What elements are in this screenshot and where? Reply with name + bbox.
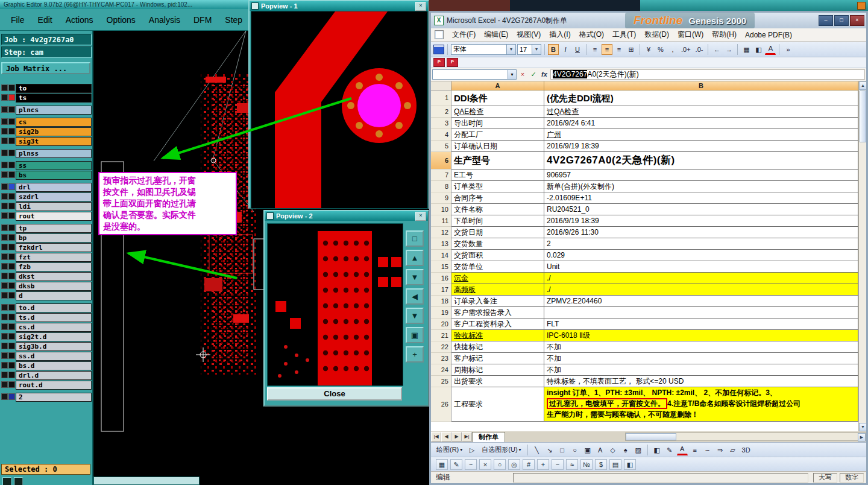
layer-color-indicator[interactable] xyxy=(8,162,15,168)
row-header[interactable]: 12 xyxy=(431,227,451,238)
excel-menu-工具(T)[interactable]: 工具(T) xyxy=(612,30,636,40)
menu-edit[interactable]: Edit xyxy=(38,15,52,25)
row-header[interactable]: 13 xyxy=(431,238,451,250)
cell-b4[interactable]: 广州 xyxy=(544,129,858,141)
layer-row-drl.d[interactable]: drl.d xyxy=(1,371,92,380)
layer-row-rout.d[interactable]: rout.d xyxy=(1,381,92,390)
layer-row-plncs[interactable]: plncs xyxy=(1,106,92,115)
layer-color-indicator[interactable] xyxy=(8,343,15,349)
layer-select-checkbox[interactable] xyxy=(1,244,8,250)
cell-b23[interactable]: 不加 xyxy=(544,353,858,364)
excel-menu-格式(O)[interactable]: 格式(O) xyxy=(579,30,604,40)
layer-color-indicator[interactable] xyxy=(8,193,15,200)
row-header[interactable]: 19 xyxy=(431,307,451,319)
popview-1-canvas[interactable] xyxy=(251,11,428,209)
align-right-button[interactable]: ≡ xyxy=(614,44,624,55)
layer-color-indicator[interactable] xyxy=(8,362,15,369)
cell-a10[interactable]: 文件名称 xyxy=(451,204,544,215)
layer-select-checkbox[interactable] xyxy=(1,273,8,279)
shadow-icon[interactable]: ▱ xyxy=(728,445,738,455)
cell-b17[interactable]: ./ xyxy=(544,284,858,296)
row-header[interactable]: 15 xyxy=(431,261,451,273)
arrow-style-icon[interactable]: ⇒ xyxy=(715,445,726,455)
wordart-icon[interactable]: A xyxy=(595,445,606,455)
cell-a11[interactable]: 下单时间 xyxy=(451,215,544,227)
layer-color-indicator[interactable] xyxy=(8,84,15,91)
layer-color-indicator[interactable] xyxy=(8,304,15,311)
textbox-icon[interactable]: ▣ xyxy=(582,445,593,455)
layer-select-checkbox[interactable] xyxy=(1,106,8,113)
scrollbar-thumb[interactable] xyxy=(860,90,866,142)
cell-a20[interactable]: 客户工程资料录入 xyxy=(451,319,544,330)
cell-b21[interactable]: IPC-6018 Ⅱ级 xyxy=(544,330,858,341)
excel-menu-插入(I)[interactable]: 插入(I) xyxy=(549,30,570,40)
layer-select-checkbox[interactable] xyxy=(1,128,8,135)
layer-row-sig3t[interactable]: sig3t xyxy=(1,137,92,146)
pencil-icon[interactable]: ✎ xyxy=(450,459,462,470)
row-header[interactable]: 16 xyxy=(431,273,451,284)
layer-select-checkbox[interactable] xyxy=(1,162,8,168)
row-header[interactable]: 24 xyxy=(431,364,451,376)
autoshapes-menu[interactable]: 自选图形(U)▾ xyxy=(479,444,523,455)
font-size-combo[interactable]: 17▾ xyxy=(517,44,541,55)
cell-b10[interactable]: RU204521_0 xyxy=(544,204,858,215)
sheet-tab[interactable]: 制作单 xyxy=(472,432,505,442)
diagram-icon[interactable]: ◇ xyxy=(608,445,618,455)
layer-select-checkbox[interactable] xyxy=(1,393,8,400)
clipart-icon[interactable]: ♠ xyxy=(620,445,631,455)
layer-color-indicator[interactable] xyxy=(8,171,15,178)
prev-sheet-icon[interactable]: ◀ xyxy=(441,432,451,442)
cell-a24[interactable]: 周期标记 xyxy=(451,364,544,376)
cell-b6[interactable]: 4V2G7267A0(2天急件)(新) xyxy=(544,152,858,170)
hash-icon[interactable]: # xyxy=(523,459,535,470)
cell-a2[interactable]: QAE检查 xyxy=(451,106,544,118)
layer-row-bs.d[interactable]: bs.d xyxy=(1,361,92,370)
excel-menu-视图(V)[interactable]: 视图(V) xyxy=(517,30,541,40)
cell-b8[interactable]: 新单(合拼)(外发制作) xyxy=(544,181,858,192)
center-view-button[interactable]: + xyxy=(406,346,424,363)
layer-row-d[interactable]: d xyxy=(1,291,92,300)
cell-b14[interactable]: 0.029 xyxy=(544,250,858,261)
cam-tool-icon[interactable] xyxy=(2,477,11,485)
layer-select-checkbox[interactable] xyxy=(1,343,8,349)
popview-2-canvas[interactable] xyxy=(267,223,403,386)
cell-a16[interactable]: 沉金 xyxy=(451,273,544,284)
decrease-decimal-button[interactable]: .0- xyxy=(694,44,705,55)
row-header[interactable]: 21 xyxy=(431,330,451,341)
layer-color-indicator[interactable] xyxy=(8,282,15,289)
increase-decimal-button[interactable]: .0+ xyxy=(679,44,693,55)
layer-select-checkbox[interactable] xyxy=(1,150,8,156)
job-matrix-button[interactable]: Job Matrix ... xyxy=(1,62,90,74)
align-center-button[interactable]: ≡ xyxy=(602,44,612,55)
cell-a14[interactable]: 交货面积 xyxy=(451,250,544,261)
formula-input[interactable]: 4V2G7267A0(2天急件)(新) xyxy=(550,69,865,80)
layer-color-indicator[interactable] xyxy=(8,333,15,340)
layer-color-indicator[interactable] xyxy=(8,118,15,125)
layer-row-rout[interactable]: rout xyxy=(1,212,92,221)
font-name-combo[interactable]: 宋体▾ xyxy=(451,44,516,55)
excel-menu-Adobe PDF(B)[interactable]: Adobe PDF(B) xyxy=(745,31,792,39)
increase-indent-button[interactable]: → xyxy=(723,44,734,55)
layer-row-fzb[interactable]: fzb xyxy=(1,262,92,271)
chevron-down-icon[interactable]: ▾ xyxy=(506,45,515,54)
layer-color-indicator[interactable] xyxy=(8,263,15,270)
threed-icon[interactable]: 3D xyxy=(740,445,752,455)
layer-row-cs.d[interactable]: cs.d xyxy=(1,323,92,332)
row-header[interactable]: 11 xyxy=(431,215,451,227)
cell-a21[interactable]: 验收标准 xyxy=(451,330,544,341)
layer-color-indicator[interactable] xyxy=(8,224,15,231)
cell-a7[interactable]: E工号 xyxy=(451,170,544,181)
layer-color-indicator[interactable] xyxy=(8,273,15,279)
cell-a3[interactable]: 导出时间 xyxy=(451,118,544,129)
layer-color-indicator[interactable] xyxy=(8,212,15,219)
cell-b24[interactable]: 不加 xyxy=(544,364,858,376)
horizontal-scrollbar[interactable]: ▶ xyxy=(625,433,866,441)
layer-select-checkbox[interactable] xyxy=(1,203,8,209)
layer-row-fzt[interactable]: fzt xyxy=(1,253,92,262)
layer-color-indicator[interactable] xyxy=(8,203,15,209)
menu-dfm[interactable]: DFM xyxy=(193,15,212,25)
row-header[interactable]: 22 xyxy=(431,341,451,353)
last-sheet-icon[interactable]: ▶| xyxy=(462,432,472,442)
menu-options[interactable]: Options xyxy=(107,15,136,25)
close-icon[interactable]: × xyxy=(415,212,426,221)
